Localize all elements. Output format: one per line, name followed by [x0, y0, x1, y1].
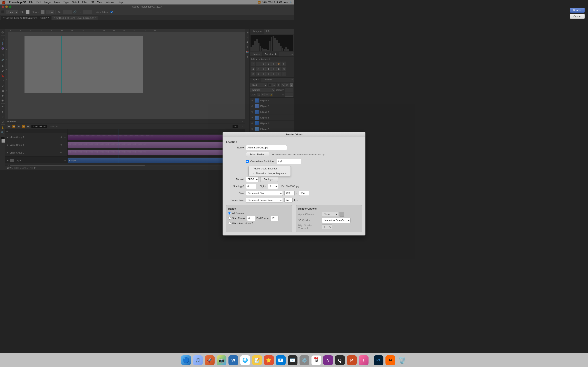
- render-video-dialog: Render Video Render Cancel Location Name…: [223, 132, 294, 184]
- format-dropdown[interactable]: JPEG: [246, 177, 259, 182]
- subfolder-row: Create New Subfolder:: [226, 159, 294, 164]
- encoder-option-sequence[interactable]: Photoshop Image Sequence: [249, 171, 291, 176]
- dialog-title: Render Video: [285, 133, 294, 136]
- format-label: Format:: [226, 178, 244, 181]
- select-folder-button[interactable]: Select Folder...: [246, 152, 269, 157]
- folder-row: Select Folder... Untitled:Users:user:Doc…: [226, 152, 294, 157]
- name-input[interactable]: [246, 145, 287, 150]
- dialog-titlebar: Render Video: [223, 132, 294, 137]
- format-row: Format: JPEG Settings...: [226, 177, 294, 182]
- subfolder-name-input[interactable]: [277, 159, 294, 164]
- name-label: Name:: [226, 146, 244, 149]
- create-subfolder-checkbox[interactable]: [246, 160, 249, 163]
- location-header: Location: [226, 141, 294, 143]
- folder-path: Untitled:Users:user:Documents:jess anima…: [272, 153, 294, 156]
- dialog-body: Render Cancel Location Name: Select Fold…: [223, 137, 294, 184]
- encoder-dropdown-container: Adobe Media Encoder Photoshop Image Sequ…: [249, 166, 291, 176]
- encoder-dropdown-menu: Adobe Media Encoder Photoshop Image Sequ…: [249, 166, 291, 176]
- dialog-overlay: Render Video Render Cancel Location Name…: [0, 0, 294, 184]
- encoder-option-media[interactable]: Adobe Media Encoder: [249, 166, 291, 171]
- create-subfolder-label: Create New Subfolder:: [250, 160, 275, 163]
- settings-button[interactable]: Settings...: [260, 177, 278, 182]
- name-row: Name:: [226, 145, 294, 150]
